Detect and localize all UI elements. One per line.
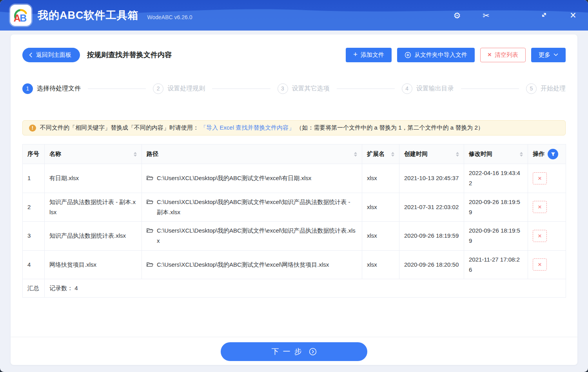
- cell-ext: xlsx: [362, 250, 399, 279]
- more-button[interactable]: 更多: [531, 48, 566, 62]
- app-logo: A B: [10, 5, 31, 26]
- import-from-folder-label: 从文件夹中导入文件: [414, 51, 467, 59]
- delete-row-button[interactable]: ×: [533, 201, 547, 213]
- col-header-path[interactable]: 路径: [142, 144, 362, 164]
- summary-text: 记录数： 4: [45, 279, 566, 298]
- step-connector: [337, 88, 395, 89]
- folder-open-icon: [147, 262, 153, 267]
- step-2-label: 设置处理规则: [167, 85, 205, 93]
- step-5-start: 5 开始处理: [526, 83, 566, 94]
- cell-index: 3: [23, 222, 45, 251]
- cell-action: ×: [528, 222, 566, 251]
- step-1-select-files: 1 选择待处理文件: [22, 83, 81, 94]
- more-label: 更多: [539, 51, 550, 59]
- scissors-icon[interactable]: ✂: [481, 11, 491, 20]
- cell-index: 1: [23, 164, 45, 193]
- close-button[interactable]: ×: [568, 10, 578, 21]
- circle-arrow-right-icon: [309, 348, 317, 356]
- col-header-index: 序号: [23, 144, 45, 164]
- cell-path: C:\Users\XCL\Desktop\我的ABC测试文件\excel\知识产…: [142, 193, 362, 222]
- step-4-label: 设置输出目录: [416, 85, 454, 93]
- cell-created: 2020-09-26 18:19:59: [399, 222, 464, 251]
- clear-list-button[interactable]: × 清空列表: [480, 48, 526, 62]
- warning-text: 不同文件的「相同关键字」替换成「不同的内容」时请使用： 「导入 Excel 查找…: [40, 124, 484, 132]
- table-row: 1 有日期.xlsx C:\Users\XCL\Desktop\我的ABC测试文…: [23, 164, 566, 193]
- add-files-label: 添加文件: [361, 51, 384, 59]
- filter-button[interactable]: [548, 149, 558, 159]
- cell-index: 2: [23, 193, 45, 222]
- next-step-button[interactable]: 下一步: [221, 342, 367, 361]
- maximize-button[interactable]: [539, 11, 549, 20]
- table-row: 3 知识产品执法数据统计表.xlsx C:\Users\XCL\Desktop\…: [23, 222, 566, 251]
- cell-path: C:\Users\XCL\Desktop\我的ABC测试文件\excel\有日期…: [142, 164, 362, 193]
- step-1-number: 1: [22, 83, 33, 94]
- folder-open-icon: [147, 175, 153, 181]
- cell-created: 2020-09-26 18:20:50: [399, 250, 464, 279]
- step-5-label: 开始处理: [541, 85, 566, 93]
- cell-ext: xlsx: [362, 193, 399, 222]
- resize-diagonal-icon: [541, 11, 548, 18]
- step-2-rules: 2 设置处理规则: [153, 83, 205, 94]
- file-list-table: 序号 名称 路径 扩展名 创建时间: [22, 144, 566, 298]
- cell-ext: xlsx: [362, 222, 399, 251]
- step-4-number: 4: [402, 83, 412, 94]
- cell-action: ×: [528, 164, 566, 193]
- sort-carets-ext[interactable]: [391, 152, 394, 157]
- step-3-label: 设置其它选项: [292, 85, 330, 93]
- plus-icon: +: [353, 50, 358, 59]
- app-version: WodeABC v6.26.0: [147, 14, 192, 20]
- folder-open-icon: [147, 228, 153, 233]
- sort-carets-path[interactable]: [354, 152, 357, 157]
- cell-name: 网络扶贫项目.xlsx: [45, 250, 142, 279]
- minimize-button[interactable]: [510, 11, 520, 20]
- wizard-steps: 1 选择待处理文件 2 设置处理规则 3 设置其它选项 4 设置输出目录: [22, 80, 566, 97]
- back-to-dashboard-button[interactable]: 返回到主面板: [22, 48, 80, 62]
- back-button-label: 返回到主面板: [36, 51, 71, 59]
- delete-row-button[interactable]: ×: [533, 230, 547, 242]
- table-header-row: 序号 名称 路径 扩展名 创建时间: [23, 144, 566, 164]
- card-footer: 下一步: [11, 337, 577, 365]
- cell-created: 2021-07-31 22:03:02: [399, 193, 464, 222]
- funnel-filter-icon: [550, 152, 556, 157]
- table-row: 4 网络扶贫项目.xlsx C:\Users\XCL\Desktop\我的ABC…: [23, 250, 566, 279]
- svg-text:B: B: [20, 13, 27, 23]
- summary-label: 汇总: [23, 279, 45, 298]
- add-files-button[interactable]: + 添加文件: [346, 48, 392, 62]
- cell-name: 有日期.xlsx: [45, 164, 142, 193]
- chevron-down-icon: [554, 53, 558, 56]
- warning-banner: ! 不同文件的「相同关键字」替换成「不同的内容」时请使用： 「导入 Excel …: [22, 120, 566, 135]
- app-title: 我的ABC软件工具箱: [38, 8, 139, 22]
- sort-carets-name[interactable]: [134, 152, 137, 157]
- step-1-label: 选择待处理文件: [37, 85, 81, 93]
- sort-carets-created[interactable]: [456, 152, 459, 157]
- delete-row-button[interactable]: ×: [533, 172, 547, 184]
- import-from-folder-button[interactable]: 从文件夹中导入文件: [397, 48, 475, 62]
- excel-import-link[interactable]: 「导入 Excel 查找并替换文件内容」: [200, 124, 294, 131]
- cell-ext: xlsx: [362, 164, 399, 193]
- step-connector: [212, 88, 270, 89]
- col-header-created[interactable]: 创建时间: [399, 144, 464, 164]
- col-header-modified[interactable]: 修改时间: [464, 144, 528, 164]
- step-3-number: 3: [278, 83, 288, 94]
- cell-modified: 2020-09-26 18:19:59: [464, 193, 528, 222]
- col-header-name[interactable]: 名称: [45, 144, 142, 164]
- cell-name: 知识产品执法数据统计表.xlsx: [45, 222, 142, 251]
- cell-action: ×: [528, 193, 566, 222]
- cell-index: 4: [23, 250, 45, 279]
- step-5-number: 5: [526, 83, 537, 94]
- delete-row-button[interactable]: ×: [533, 258, 547, 271]
- main-area: 返回到主面板 按规则查找并替换文件内容 + 添加文件 从文件夹中导入文件: [0, 31, 588, 372]
- folder-open-icon: [147, 199, 153, 205]
- step-connector: [461, 88, 519, 89]
- titlebar-controls: ⚙ ✂ ×: [452, 10, 578, 21]
- col-header-ext[interactable]: 扩展名: [362, 144, 399, 164]
- titlebar-left: A B 我的ABC软件工具箱 WodeABC v6.26.0: [10, 5, 192, 26]
- circle-plus-icon: [405, 52, 411, 58]
- titlebar: A B 我的ABC软件工具箱 WodeABC v6.26.0 ⚙ ✂ ×: [0, 0, 588, 31]
- sort-carets-modified[interactable]: [520, 152, 523, 157]
- settings-gear-icon[interactable]: ⚙: [452, 11, 462, 20]
- next-step-label: 下一步: [272, 347, 306, 357]
- step-3-options: 3 设置其它选项: [278, 83, 330, 94]
- table-row: 2 知识产品执法数据统计表 - 副本.xlsx C:\Users\XCL\Des…: [23, 193, 566, 222]
- cell-path: C:\Users\XCL\Desktop\我的ABC测试文件\excel\网络扶…: [142, 250, 362, 279]
